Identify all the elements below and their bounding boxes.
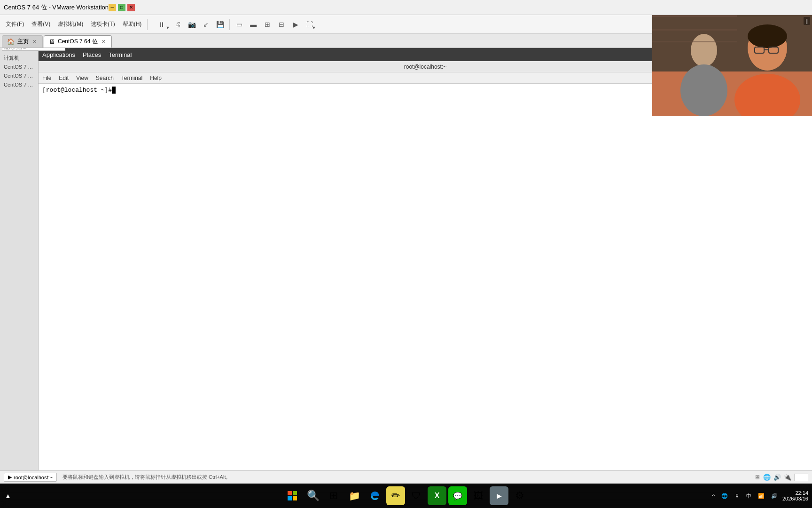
sidebar-item-computer[interactable]: 计算机 xyxy=(2,54,36,63)
svg-rect-16 xyxy=(288,496,292,500)
toolbar-separator xyxy=(147,19,148,30)
print-button[interactable]: 🖨 xyxy=(171,18,184,31)
centos-icon: 🖥 xyxy=(49,38,55,45)
taskbar-edge-btn[interactable] xyxy=(366,486,384,505)
terminal-menu-search[interactable]: Search xyxy=(96,75,114,81)
centos-applications[interactable]: Applications xyxy=(42,51,75,58)
svg-point-9 xyxy=(691,34,717,67)
tab-home[interactable]: 🏠 主页 ✕ xyxy=(2,35,43,48)
layout-btn1[interactable]: ▭ xyxy=(233,18,246,31)
titlebar-title: CentOS 7 64 位 - VMware Workstation xyxy=(4,3,109,12)
vm-spacer-box xyxy=(794,474,808,481)
sidebar: ✕ ▼ 计算机 CentOS 7 64 位 CentOS 7 64 位 Cent… xyxy=(0,34,39,484)
vm-icon-network[interactable]: 🌐 xyxy=(763,474,771,481)
start-button[interactable] xyxy=(283,486,302,505)
tray-network[interactable]: 🌐 xyxy=(719,492,730,500)
layout-btn2[interactable]: ▬ xyxy=(247,18,260,31)
webcam-person xyxy=(652,15,812,116)
taskbar-search-btn[interactable]: 🔍 xyxy=(304,486,322,505)
svg-rect-17 xyxy=(293,496,297,500)
tray-show-hidden[interactable]: ^ xyxy=(710,492,717,500)
menu-file[interactable]: 文件(F) xyxy=(2,18,28,30)
vm-status-icons: 🖥 🌐 🔊 🔌 xyxy=(754,474,808,481)
terminal-prompt: [root@localhost ~]# xyxy=(42,87,112,94)
terminal-menu-help[interactable]: Help xyxy=(150,75,162,81)
taskbar-settings-btn[interactable]: ⚙ xyxy=(510,486,529,505)
terminal-title: root@localhost:~ xyxy=(404,64,447,70)
vm-icon-monitor[interactable]: 🖥 xyxy=(754,474,760,481)
tray-volume[interactable]: 🔊 xyxy=(769,492,780,500)
save-button[interactable]: 💾 xyxy=(213,18,226,31)
windows-taskbar: ▲ 🔍 ⊞ 📁 ✏ 🛡 X 💬 🖼 ▶ ⚙ ^ 🌐 🎙 中 xyxy=(0,484,812,508)
fullscreen-btn[interactable]: ⛶▼ xyxy=(303,18,316,31)
vm-taskbar-button[interactable]: ▶ root@localhost:~ xyxy=(4,473,57,482)
vm-icon-audio[interactable]: 🔊 xyxy=(773,474,781,481)
menu-tabs[interactable]: 选项卡(T) xyxy=(87,18,118,30)
tray-wifi[interactable]: 📶 xyxy=(756,492,766,500)
close-button[interactable]: ✕ xyxy=(127,4,135,11)
vm-task-label: root@localhost:~ xyxy=(14,475,53,480)
centos-places[interactable]: Places xyxy=(83,51,101,58)
tab-centos-label: CentOS 7 64 位 xyxy=(58,38,98,46)
vm-icon-usb[interactable]: 🔌 xyxy=(784,474,791,481)
titlebar-controls: ─ □ ✕ xyxy=(109,4,135,11)
webcam-svg xyxy=(652,15,812,116)
svg-rect-12 xyxy=(652,29,737,31)
menu-help[interactable]: 帮助(H) xyxy=(119,18,146,30)
svg-point-5 xyxy=(748,24,787,48)
layout-btn4[interactable]: ⊟ xyxy=(275,18,288,31)
webcam-inner: ‖ xyxy=(652,15,812,116)
tab-home-label: 主页 xyxy=(17,38,29,46)
taskbar-taskview-btn[interactable]: ⊞ xyxy=(324,486,343,505)
svg-rect-15 xyxy=(293,491,297,495)
show-desktop-icon[interactable]: ▲ xyxy=(4,491,12,500)
tray-mic[interactable]: 🎙 xyxy=(733,492,742,500)
toolbar-icons: ⏸▼ 🖨 📷 ↙ 💾 ▭ ▬ ⊞ ⊟ ▶ ⛶▼ xyxy=(153,18,316,31)
taskbar-xbox-btn[interactable]: X xyxy=(428,486,446,505)
taskbar-clock[interactable]: 22:142026/03/16 xyxy=(782,490,808,501)
webcam-overlay: ‖ xyxy=(652,15,812,116)
taskbar-vmware-btn[interactable]: ▶ xyxy=(490,486,508,505)
taskbar-explorer-btn[interactable]: 📁 xyxy=(345,486,364,505)
terminal-menu-terminal[interactable]: Terminal xyxy=(121,75,142,81)
taskbar-wechat-btn[interactable]: 💬 xyxy=(448,486,467,505)
layout-btn3[interactable]: ⊞ xyxy=(261,18,274,31)
menu-view[interactable]: 查看(V) xyxy=(28,18,54,30)
svg-point-10 xyxy=(680,64,727,116)
maximize-button[interactable]: □ xyxy=(118,4,125,11)
terminal-icon-small: ▶ xyxy=(8,474,12,480)
terminal-menu-file[interactable]: File xyxy=(42,75,51,81)
status-text: 要将鼠标和键盘输入到虚拟机，请将鼠标指针从虚拟机移出或按 Ctrl+Alt。 xyxy=(62,474,231,481)
svg-rect-14 xyxy=(288,491,292,495)
sidebar-item-centos3[interactable]: CentOS 7 64 位 xyxy=(2,80,36,89)
terminal-window: root@localhost:~ File Edit View Search T… xyxy=(39,61,812,484)
home-icon: 🏠 xyxy=(7,38,15,45)
webcam-pause-btn[interactable]: ‖ xyxy=(804,17,810,25)
toolbar-separator2 xyxy=(229,19,230,30)
tray-ime[interactable]: 中 xyxy=(744,492,753,500)
svg-rect-11 xyxy=(652,15,737,17)
svg-rect-1 xyxy=(652,15,812,71)
vmware-statusbar: ▶ root@localhost:~ 要将鼠标和键盘输入到虚拟机，请将鼠标指针从… xyxy=(0,470,812,484)
minimize-button[interactable]: ─ xyxy=(109,4,116,11)
restore-button[interactable]: ↙ xyxy=(199,18,212,31)
sidebar-item-centos2[interactable]: CentOS 7 64 位 xyxy=(2,71,36,80)
snapshot-button[interactable]: 📷 xyxy=(185,18,198,31)
tab-home-close[interactable]: ✕ xyxy=(31,39,38,45)
taskbar-app2-btn[interactable]: 🛡 xyxy=(407,486,426,505)
taskbar-photos-btn[interactable]: 🖼 xyxy=(469,486,488,505)
pause-button[interactable]: ⏸▼ xyxy=(153,18,170,31)
menu-vm[interactable]: 虚拟机(M) xyxy=(54,18,87,30)
terminal-menu-edit[interactable]: Edit xyxy=(59,75,69,81)
terminal-menu-view[interactable]: View xyxy=(76,75,88,81)
terminal-body[interactable]: [root@localhost ~]# xyxy=(39,84,812,484)
taskbar-left-area: ▲ xyxy=(4,491,12,500)
centos-terminal[interactable]: Terminal xyxy=(109,51,132,58)
taskbar-app1-btn[interactable]: ✏ xyxy=(386,486,405,505)
tab-centos[interactable]: 🖥 CentOS 7 64 位 ✕ xyxy=(44,35,112,48)
taskbar-tray: ^ 🌐 🎙 中 📶 🔊 22:142026/03/16 xyxy=(710,490,808,501)
sidebar-item-centos1[interactable]: CentOS 7 64 位 xyxy=(2,63,36,71)
tab-centos-close[interactable]: ✕ xyxy=(101,39,107,45)
console-btn[interactable]: ▶ xyxy=(289,18,302,31)
webcam-controls: ‖ xyxy=(804,17,810,25)
